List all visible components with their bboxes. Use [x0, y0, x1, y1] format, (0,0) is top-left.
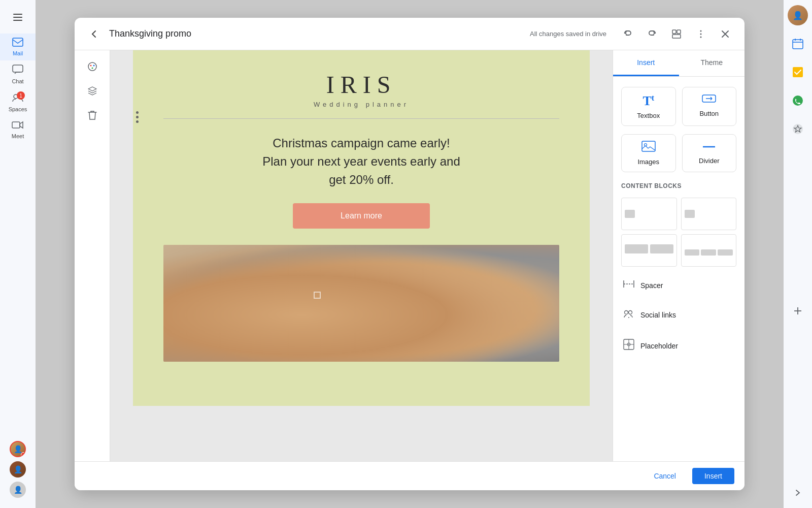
back-button[interactable] — [85, 25, 103, 43]
block4-img3 — [718, 249, 733, 256]
panel-tabs: Insert Theme — [613, 50, 745, 77]
user-avatar-1[interactable]: 👤 — [10, 441, 26, 457]
images-icon — [641, 141, 656, 155]
placeholder-icon — [623, 339, 634, 353]
social-links-item[interactable]: Social links — [621, 304, 736, 326]
layers-button[interactable] — [82, 81, 103, 101]
chat-label: Chat — [12, 78, 23, 84]
cancel-button[interactable]: Cancel — [644, 468, 686, 484]
more-options-button[interactable] — [692, 25, 710, 43]
modal-body: IRIS Wedding planner Christmas campaign … — [75, 50, 745, 461]
close-button[interactable] — [716, 25, 734, 43]
user-avatar-3[interactable]: 👤 — [10, 482, 26, 498]
brand-subtitle: Wedding planner — [163, 101, 559, 108]
svg-point-13 — [700, 36, 702, 38]
modal-title: Thanksgiving promo — [109, 28, 524, 39]
svg-point-28 — [625, 311, 628, 314]
sidebar-item-spaces[interactable]: 1 Spaces — [0, 88, 36, 116]
meet-icon — [12, 120, 24, 132]
phone-icon-btn[interactable] — [788, 90, 808, 111]
spacer-label: Spacer — [640, 281, 663, 290]
block-thumb-3[interactable] — [621, 234, 677, 267]
spaces-badge-container: 1 — [12, 92, 24, 105]
svg-rect-4 — [13, 65, 23, 72]
left-toolbar — [75, 50, 110, 461]
spaces-label: Spaces — [9, 106, 27, 112]
block2-img — [685, 210, 695, 218]
insert-button[interactable]: Insert — [692, 468, 734, 484]
svg-point-17 — [91, 68, 93, 69]
hands-image — [163, 245, 559, 362]
block-thumb-1[interactable] — [621, 198, 677, 230]
insert-images[interactable]: Images — [621, 134, 676, 172]
social-links-label: Social links — [640, 311, 676, 319]
right-sidebar: 👤 — [784, 0, 812, 508]
panel-content: Tt Textbox — [613, 77, 745, 368]
textbox-icon: Tt — [642, 93, 654, 109]
block1-img — [625, 210, 635, 218]
chevron-right-btn[interactable] — [788, 483, 808, 503]
tab-insert[interactable]: Insert — [613, 50, 679, 76]
svg-point-14 — [88, 62, 96, 71]
insert-divider[interactable]: Divider — [682, 134, 737, 172]
tab-theme[interactable]: Theme — [679, 50, 745, 76]
trash-button[interactable] — [82, 105, 103, 125]
svg-rect-7 — [12, 122, 20, 128]
sidebar-item-mail[interactable]: Mail — [0, 34, 36, 60]
images-label: Images — [637, 158, 659, 166]
redo-button[interactable] — [643, 25, 661, 43]
svg-rect-1 — [13, 17, 22, 18]
block-thumb-2[interactable] — [681, 198, 737, 230]
email-canvas: IRIS Wedding planner Christmas campaign … — [110, 50, 613, 461]
svg-point-16 — [93, 65, 94, 67]
tasks-icon-btn[interactable] — [788, 62, 808, 82]
email-content-area: IRIS Wedding planner Christmas campaign … — [133, 50, 590, 406]
top-user-avatar[interactable]: 👤 — [788, 5, 808, 25]
blocks-grid — [621, 198, 736, 267]
social-links-icon — [623, 309, 634, 321]
insert-button[interactable]: Button — [682, 87, 737, 126]
insert-textbox[interactable]: Tt Textbox — [621, 87, 676, 126]
brand-name: IRIS — [163, 71, 559, 99]
button-label: Button — [699, 110, 719, 117]
meet-label: Meet — [12, 133, 24, 139]
block-thumb-4[interactable] — [681, 234, 737, 267]
svg-rect-10 — [672, 35, 681, 38]
palette-button[interactable] — [82, 56, 103, 77]
svg-rect-22 — [642, 141, 655, 151]
sidebar-item-chat[interactable]: Chat — [0, 60, 36, 88]
promo-headline: Christmas campaign came early! Plan your… — [163, 134, 559, 189]
main-content: Thanksgiving promo All changes saved in … — [36, 0, 784, 508]
chat-icon — [12, 65, 23, 77]
layout-button[interactable] — [667, 25, 686, 43]
svg-point-29 — [629, 311, 632, 314]
placeholder-item[interactable]: Placeholder — [621, 334, 736, 358]
svg-point-12 — [700, 33, 702, 35]
hamburger-menu[interactable] — [6, 5, 30, 29]
learn-more-button[interactable]: Learn more — [293, 203, 430, 229]
divider-icon — [702, 141, 716, 154]
undo-button[interactable] — [619, 25, 637, 43]
divider-label: Divider — [699, 157, 719, 165]
svg-point-15 — [90, 65, 91, 67]
user-avatar-2[interactable]: 👤 — [10, 461, 26, 478]
modal: Thanksgiving promo All changes saved in … — [75, 18, 745, 490]
add-icon-btn[interactable] — [788, 301, 808, 321]
button-icon — [702, 93, 716, 107]
svg-point-40 — [793, 96, 803, 106]
star-icon-btn[interactable] — [788, 119, 808, 139]
mail-icon — [12, 38, 23, 49]
placeholder-label: Placeholder — [640, 342, 678, 350]
logo-divider — [163, 118, 559, 119]
block4-img2 — [701, 249, 716, 256]
svg-rect-3 — [13, 38, 23, 46]
sidebar-item-meet[interactable]: Meet — [0, 116, 36, 143]
spacer-item[interactable]: Spacer — [621, 275, 736, 296]
insert-grid-2: Images Divider — [621, 134, 736, 172]
wedding-photo — [163, 245, 559, 362]
modal-footer: Cancel Insert — [75, 461, 745, 490]
drag-handle[interactable] — [136, 111, 139, 123]
email-preview[interactable]: IRIS Wedding planner Christmas campaign … — [110, 50, 613, 461]
sidebar-bottom: 👤 👤 👤 — [10, 441, 26, 503]
calendar-icon-btn[interactable] — [788, 34, 808, 54]
